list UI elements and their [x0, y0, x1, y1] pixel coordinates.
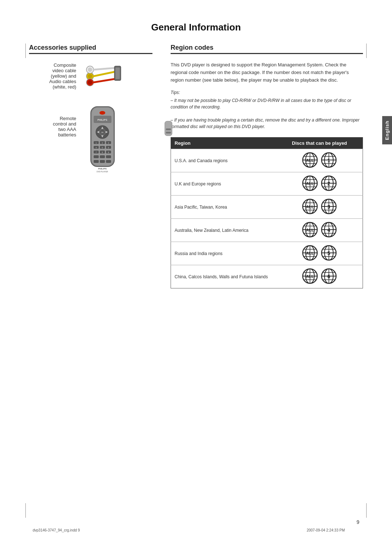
globe-number-icon: 1 [321, 152, 337, 169]
table-row: Australia, New Zealand, Latin America AL… [171, 219, 363, 242]
svg-text:4: 4 [96, 147, 97, 149]
region-name-cell: China, Calcos Islands, Walls and Futuna … [171, 265, 277, 288]
globe-number-icon: 6 [321, 268, 337, 285]
disc-icons-row: ALL 1 [280, 152, 359, 169]
discs-icons-cell: ALL 2 [276, 172, 363, 196]
svg-rect-34 [100, 155, 105, 158]
accessory-remote: Remote control and two AAA batteries PHI… [29, 105, 152, 175]
svg-rect-10 [115, 67, 120, 79]
svg-rect-36 [94, 160, 99, 163]
svg-text:ALL: ALL [306, 205, 314, 209]
region-codes-heading: Region codes [171, 44, 363, 54]
corner-line-bottom-right [366, 503, 367, 518]
english-tab: English [382, 116, 392, 144]
table-row: Russia and India regions ALL 5 [171, 242, 363, 265]
svg-text:ALL: ALL [306, 181, 314, 186]
svg-text:ALL: ALL [306, 158, 314, 163]
region-name-cell: U.K and Europe regions [171, 172, 277, 196]
tips-title: Tips: [171, 89, 363, 96]
footer-left: dvp3146-3747_94_crg.indd 9 [33, 528, 80, 532]
page-number: 9 [356, 519, 359, 525]
table-row: China, Calcos Islands, Walls and Futuna … [171, 265, 363, 288]
tip-1: – It may not be possible to play CD-R/RW… [171, 97, 363, 110]
discs-icons-cell: ALL 3 [276, 196, 363, 219]
svg-text:9: 9 [108, 151, 109, 153]
svg-text:DVD PLAYER: DVD PLAYER [97, 171, 108, 173]
tip-2: – If you are having trouble playing a ce… [171, 117, 363, 130]
remote-svg: PHILIPS OK [82, 105, 125, 174]
svg-point-13 [99, 111, 105, 115]
svg-text:5: 5 [102, 147, 103, 149]
region-name-cell: U.S.A. and Canada regions [171, 149, 277, 172]
svg-point-7 [88, 80, 92, 85]
globe-number-icon: 4 [321, 222, 337, 239]
table-header-row: Region Discs that can be played [171, 138, 363, 149]
svg-rect-37 [100, 160, 105, 163]
discs-icons-cell: ALL 4 [276, 219, 363, 242]
globe-number-icon: 5 [321, 245, 337, 262]
svg-text:ALL: ALL [306, 274, 314, 279]
disc-icons-row: ALL 4 [280, 222, 359, 239]
corner-line-top-left [25, 44, 26, 58]
svg-rect-35 [106, 155, 111, 158]
region-codes-section: Region codes This DVD player is designed… [171, 44, 363, 288]
globe-all-icon: ALL [302, 222, 318, 239]
svg-text:3: 3 [327, 204, 330, 210]
svg-line-8 [94, 79, 116, 82]
globe-all-icon: ALL [302, 152, 318, 169]
discs-icons-cell: ALL 1 [276, 149, 363, 172]
main-content: Accessories supplied Composite video cab… [29, 44, 363, 288]
table-row: U.S.A. and Canada regions ALL 1 [171, 149, 363, 172]
svg-point-4 [88, 67, 92, 72]
remote-label: Remote control and two AAA batteries [29, 105, 76, 138]
globe-all-icon: ALL [302, 245, 318, 262]
svg-text:8: 8 [102, 151, 103, 153]
region-name-cell: Russia and India regions [171, 242, 277, 265]
table-row: U.K and Europe regions ALL 2 [171, 172, 363, 196]
corner-line-top-right [366, 44, 367, 58]
region-table: Region Discs that can be played U.S.A. a… [171, 137, 363, 288]
region-description: This DVD player is designed to support t… [171, 61, 363, 84]
cables-svg [83, 62, 123, 90]
accessory-cables: Composite video cable (yellow) and Audio… [29, 61, 152, 90]
svg-rect-33 [94, 155, 99, 158]
svg-line-5 [94, 68, 116, 70]
svg-text:3: 3 [108, 142, 109, 144]
svg-text:PHILIPS: PHILIPS [98, 168, 106, 170]
cables-image [82, 61, 125, 90]
disc-icons-row: ALL 5 [280, 245, 359, 262]
table-row: Asia Pacific, Taiwan, Korea ALL 3 [171, 196, 363, 219]
svg-text:4: 4 [327, 227, 330, 233]
svg-rect-53 [166, 132, 171, 134]
globe-all-icon: ALL [302, 268, 318, 285]
disc-icons-row: ALL 2 [280, 175, 359, 192]
tips-section: Tips: – It may not be possible to play C… [171, 89, 363, 130]
region-name-cell: Australia, New Zealand, Latin America [171, 219, 277, 242]
accessories-section: Accessories supplied Composite video cab… [29, 44, 152, 288]
corner-line-bottom-left [25, 503, 26, 518]
svg-text:2: 2 [327, 181, 330, 186]
col-header-discs: Discs that can be played [276, 138, 363, 149]
svg-text:6: 6 [108, 147, 109, 149]
disc-icons-row: ALL 3 [280, 198, 359, 216]
cables-label: Composite video cable (yellow) and Audio… [29, 62, 76, 90]
svg-text:5: 5 [327, 250, 330, 256]
page: English General Information Accessories … [0, 0, 392, 554]
accessories-heading: Accessories supplied [29, 44, 152, 54]
remote-image: PHILIPS OK [82, 105, 138, 175]
svg-text:ALL: ALL [306, 228, 314, 232]
svg-text:2: 2 [102, 142, 103, 144]
svg-text:6: 6 [327, 274, 330, 279]
globe-number-icon: 2 [321, 175, 337, 192]
globe-all-icon: ALL [302, 198, 318, 216]
svg-text:7: 7 [96, 151, 97, 153]
svg-rect-38 [106, 160, 111, 163]
svg-line-2 [94, 71, 116, 76]
discs-icons-cell: ALL 6 [276, 265, 363, 288]
discs-icons-cell: ALL 5 [276, 242, 363, 265]
svg-text:1: 1 [96, 142, 97, 144]
disc-icons-row: ALL 6 [280, 268, 359, 285]
svg-text:1: 1 [327, 157, 330, 163]
footer-right: 2007-09-04 2:24:33 PM [307, 528, 345, 532]
svg-rect-52 [166, 128, 171, 130]
